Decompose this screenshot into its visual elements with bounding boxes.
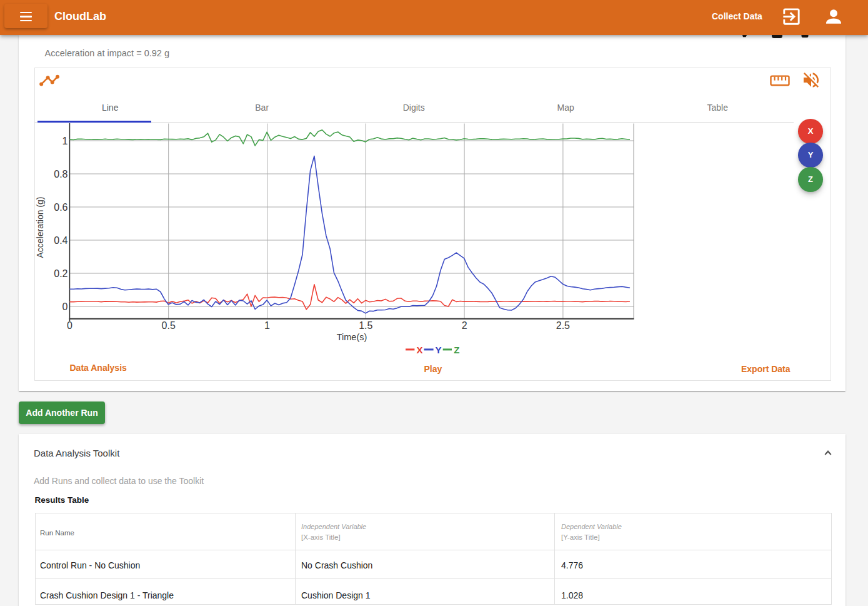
- svg-text:0.2: 0.2: [54, 268, 67, 279]
- svg-text:0: 0: [67, 320, 72, 331]
- svg-text:Z: Z: [454, 345, 459, 355]
- svg-text:X: X: [417, 345, 423, 355]
- svg-text:0.5: 0.5: [162, 320, 176, 331]
- svg-text:Acceleration (g): Acceleration (g): [35, 196, 45, 258]
- svg-text:0.8: 0.8: [54, 169, 67, 179]
- svg-text:1: 1: [62, 136, 68, 146]
- svg-text:0.4: 0.4: [54, 235, 67, 246]
- svg-text:0: 0: [62, 301, 68, 312]
- svg-text:1: 1: [264, 320, 270, 331]
- svg-text:0.6: 0.6: [54, 202, 67, 213]
- svg-text:1.5: 1.5: [359, 320, 372, 331]
- svg-text:2.5: 2.5: [556, 320, 570, 331]
- svg-text:Y: Y: [436, 345, 442, 355]
- svg-text:2: 2: [462, 320, 467, 331]
- svg-text:Time(s): Time(s): [337, 332, 367, 342]
